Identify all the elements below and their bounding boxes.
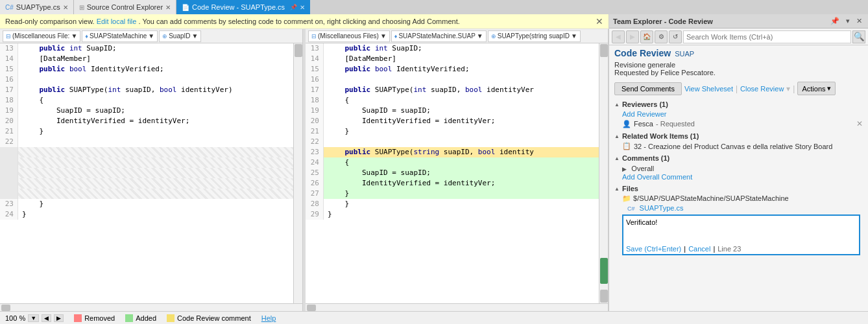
line-item: 18 { xyxy=(306,95,599,106)
cs-file-icon: C# xyxy=(627,205,635,212)
te-search-input[interactable] xyxy=(683,30,851,43)
tab-source-control[interactable]: ⊞ Source Control Explorer ✕ xyxy=(74,0,176,14)
reviewers-section-header[interactable]: Reviewers (1) xyxy=(614,100,863,108)
cr-review-label: Revisione generale xyxy=(614,61,863,69)
right-selector-misc[interactable]: ⊟ (Miscellaneous Files) ▼ xyxy=(308,30,390,42)
te-header-controls: 📌 ▾ ✕ xyxy=(828,16,864,26)
right-code-scroll[interactable]: 13 public int SuapID; 14 [DataMember] 15… xyxy=(306,43,599,303)
te-forward-btn[interactable]: ▶ xyxy=(626,30,639,43)
file-link-suaptype[interactable]: C# SUAPType.cs xyxy=(627,204,863,212)
te-dropdown-btn[interactable]: ▾ xyxy=(844,16,852,26)
left-code-scroll[interactable]: 13 public int SuapID; 14 [DataMember] 15… xyxy=(0,43,293,303)
right-code-pane: ⊟ (Miscellaneous Files) ▼ ♦ SUAPStateMac… xyxy=(306,29,609,311)
sc-icon: ⊞ xyxy=(79,4,84,11)
left-code-content: 13 public int SuapID; 14 [DataMember] 15… xyxy=(0,43,293,220)
close-review-button[interactable]: Close Review xyxy=(740,85,784,93)
comment-cancel-link[interactable]: Cancel xyxy=(688,245,710,253)
right-scroll-thumb-h[interactable] xyxy=(307,305,316,311)
tab-cr-label: Code Review - SUAPType.cs xyxy=(192,3,285,11)
related-work-section-header[interactable]: Related Work Items (1) xyxy=(614,132,863,140)
chevron-down-icon2: ▼ xyxy=(148,32,154,40)
line-item: 24} xyxy=(0,209,293,220)
te-settings-btn[interactable]: ⚙ xyxy=(655,30,668,43)
te-back-btn[interactable]: ◀ xyxy=(612,30,625,43)
comment-separator1: | xyxy=(684,245,686,253)
line-item-hatch xyxy=(0,157,293,168)
tab-suaptype-cs[interactable]: C# SUAPType.cs ✕ xyxy=(0,0,74,14)
actions-chevron-icon: ▾ xyxy=(827,84,831,93)
right-pane-scroll-area[interactable]: 13 public int SuapID; 14 [DataMember] 15… xyxy=(306,43,608,303)
left-selector-sm[interactable]: ♦ SUAPStateMachine ▼ xyxy=(82,30,158,42)
files-section-label: Files xyxy=(622,185,638,192)
info-bar-close[interactable]: ✕ xyxy=(596,16,603,27)
cr-subtitle: SUAP xyxy=(675,50,694,58)
right-selector-bar: ⊟ (Miscellaneous Files) ▼ ♦ SUAPStateMac… xyxy=(306,29,608,43)
te-close-btn[interactable]: ✕ xyxy=(854,16,864,26)
add-overall-comment-link[interactable]: Add Overall Comment xyxy=(622,173,863,181)
left-selector-id[interactable]: ⊕ SuapID ▼ xyxy=(159,30,201,42)
cr-title: Code Review xyxy=(614,48,671,58)
line-item-added: 24 { xyxy=(306,157,599,168)
file-link-text: SUAPType.cs xyxy=(640,204,684,212)
files-section-header[interactable]: Files xyxy=(614,185,863,192)
zoom-control: 100 % ▼ ◀ ▶ xyxy=(5,314,64,322)
comment-input[interactable]: Verificato! xyxy=(623,216,859,242)
edit-local-link[interactable]: Edit local file xyxy=(97,17,137,25)
zoom-prev-btn[interactable]: ◀ xyxy=(42,314,51,322)
right-selector-sm[interactable]: ♦ SUAPStateMachine.SUAP ▼ xyxy=(391,30,487,42)
right-selector-fn[interactable]: ⊕ SUAPType(string suapID ▼ xyxy=(488,30,581,42)
comment-separator2: | xyxy=(713,245,715,253)
reviewer-row: 👤 Fesca - Requested ✕ xyxy=(622,119,863,128)
send-comments-button[interactable]: Send Comments xyxy=(614,82,682,95)
tab-close-suaptype[interactable]: ✕ xyxy=(63,4,68,11)
reviewers-section-label: Reviewers (1) xyxy=(622,100,668,108)
zoom-next-btn[interactable]: ▶ xyxy=(54,314,64,322)
left-scrollbar-v[interactable] xyxy=(293,43,302,303)
line-item-added: 27 } xyxy=(306,189,599,199)
right-scroll-top-thumb[interactable] xyxy=(600,44,608,57)
tab-close-cr[interactable]: ✕ xyxy=(300,4,305,11)
right-scrollbar-v[interactable] xyxy=(599,43,608,303)
add-reviewer-link[interactable]: Add Reviewer xyxy=(622,110,863,118)
legend-removed-label: Removed xyxy=(84,314,115,322)
zoom-value: 100 % xyxy=(5,314,25,322)
tab-close-sc[interactable]: ✕ xyxy=(165,4,171,11)
right-scroll-bottom-thumb[interactable] xyxy=(600,290,608,303)
comments-section-header[interactable]: Comments (1) xyxy=(614,154,863,162)
diff-panel: Read-only comparison view. Edit local fi… xyxy=(0,14,609,311)
reviewer-remove-btn[interactable]: ✕ xyxy=(856,119,863,128)
left-selector-misc[interactable]: ⊟ (Miscellaneous File: ▼ xyxy=(3,30,80,42)
right-scrollbar-h[interactable] xyxy=(306,303,608,311)
status-bar: 100 % ▼ ◀ ▶ Removed Added Code Review co… xyxy=(0,311,868,324)
te-pin-btn[interactable]: 📌 xyxy=(828,16,841,26)
work-item-icon: 📋 xyxy=(622,142,631,150)
chevron-down-icon5: ▼ xyxy=(477,32,483,40)
actions-dropdown[interactable]: Actions ▾ xyxy=(797,82,835,95)
view-shelveset-button[interactable]: View Shelveset xyxy=(684,85,733,93)
line-item: 21 } xyxy=(0,126,293,137)
file-path-text: $/SUAP/SUAPStateMachine/SUAPStateMachine xyxy=(633,194,789,202)
te-home-btn[interactable]: 🏠 xyxy=(640,30,653,43)
line-item: 17 public SUAPType(int suapID, bool iden… xyxy=(306,85,599,95)
te-body[interactable]: Code Review SUAP Revisione generale Requ… xyxy=(609,45,868,311)
legend-added: Added xyxy=(125,314,156,322)
comment-save-link[interactable]: Save (Ctrl+Enter) xyxy=(626,245,681,253)
tab-cr-pin[interactable]: 📌 xyxy=(290,4,297,10)
left-scroll-thumb-v[interactable] xyxy=(295,44,302,57)
right-scroll-thumb-v[interactable] xyxy=(600,258,608,284)
tab-code-review[interactable]: 📄 Code Review - SUAPType.cs 📌 ✕ xyxy=(176,0,310,14)
chevron-down-icon6: ▼ xyxy=(571,32,577,40)
related-work-label: Related Work Items (1) xyxy=(622,132,699,140)
zoom-dropdown-btn[interactable]: ▼ xyxy=(28,314,39,322)
help-link[interactable]: Help xyxy=(261,314,276,322)
legend-added-box xyxy=(125,314,133,322)
left-scroll-thumb-h[interactable] xyxy=(1,305,10,311)
line-item: 17 public SUAPType(int suapID, bool iden… xyxy=(0,85,293,95)
left-scrollbar-h[interactable] xyxy=(0,303,302,311)
left-pane-scroll-area[interactable]: 13 public int SuapID; 14 [DataMember] 15… xyxy=(0,43,302,303)
reviewer-name: Fesca xyxy=(634,120,653,128)
line-item-added: 26 IdentityVerified = identityVer; xyxy=(306,178,599,189)
te-search-button[interactable]: 🔍 xyxy=(852,30,865,43)
te-refresh-btn[interactable]: ↺ xyxy=(669,30,682,43)
cs-icon: C# xyxy=(5,4,14,11)
